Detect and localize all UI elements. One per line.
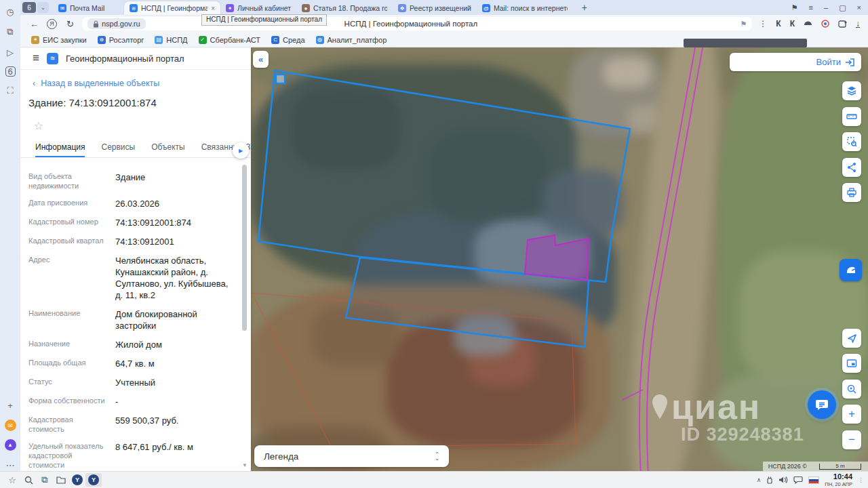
yandex-button[interactable]: Я (47, 19, 57, 29)
back-link[interactable]: ‹ Назад в выделенные объекты (33, 79, 159, 88)
basemap-switcher-button[interactable] (840, 259, 862, 281)
taskbar-more-icon[interactable]: ⋮ (858, 476, 864, 483)
taskbar-star-icon[interactable]: ☆ (4, 473, 20, 487)
browser-tab[interactable]: ● Статья 18. Продажа госу (296, 1, 393, 15)
more-menu-icon[interactable]: ⋮ (759, 19, 767, 28)
chat-widget-button[interactable] (808, 390, 836, 419)
history-icon[interactable]: ◷ (4, 5, 16, 18)
vertex-marker[interactable] (276, 75, 285, 83)
tab-title: Статья 18. Продажа госу (313, 4, 387, 12)
back-button[interactable]: ← (30, 19, 39, 29)
bookmark-item[interactable]: ◍ Аналит_платфор (316, 36, 387, 44)
print-button[interactable] (842, 183, 861, 202)
taskbar-search-icon[interactable] (20, 473, 37, 487)
tab-list-chevron-icon[interactable]: ⌄ (37, 2, 49, 13)
scroll-down-icon[interactable]: ▼ (242, 462, 248, 468)
messenger-icon[interactable] (793, 476, 803, 484)
nspd-logo-icon[interactable]: ≋ (47, 53, 58, 64)
overview-map-button[interactable] (842, 354, 861, 373)
taskbar-windows-icon[interactable]: ⧉ (37, 473, 53, 487)
site-identity[interactable]: nspd.gov.ru (87, 18, 146, 29)
field-label: Кадастровый номер (28, 217, 115, 228)
field-row: Форма собственности - (28, 396, 243, 407)
play-icon[interactable]: ▷ (4, 46, 16, 58)
more-icon[interactable]: ⋯ (4, 459, 16, 471)
yandex-mail-icon[interactable]: ✉ (5, 420, 16, 431)
bookmark-favicon: C (271, 36, 279, 44)
favorite-star-button[interactable]: ☆ (31, 117, 47, 134)
map-viewport[interactable]: « Войти + − Легенда ⌃⌄ циан (251, 47, 868, 471)
taskbar-clock[interactable]: 10:44 ПН, 20 АПР (825, 473, 852, 487)
tabs-next-button[interactable]: ▶ (233, 142, 249, 159)
legend-label: Легенда (264, 451, 298, 462)
layers-button[interactable] (842, 81, 861, 100)
taskbar-folder-icon[interactable] (53, 473, 69, 487)
tab-title: Личный кабинет (237, 4, 291, 12)
taskbar: ☆ ⧉ Y Y ∧ 10:44 ПН, 20 АПР ⋮ (0, 471, 868, 488)
tab-counter-button[interactable]: 6 (22, 2, 36, 13)
target-icon[interactable] (821, 20, 829, 28)
zoom-in-button[interactable]: + (842, 405, 861, 424)
yandex-browser-active-icon[interactable]: Y (85, 473, 102, 487)
close-tab-icon[interactable]: × (211, 5, 215, 12)
bookmark-item[interactable]: C Среда (271, 36, 304, 44)
side-panel-icon[interactable]: ⚑ (791, 3, 798, 12)
bookmark-item[interactable]: ⊕ Росэлторг (98, 36, 144, 44)
login-button[interactable]: Войти (730, 53, 861, 71)
tab-groups-icon[interactable]: ⧉ (4, 26, 16, 38)
bookmark-item[interactable]: ▤ НСПД (155, 36, 187, 44)
browser-tab[interactable]: ✦ Личный кабинет (220, 1, 296, 15)
window-close-button[interactable]: × (857, 3, 861, 12)
measure-ruler-button[interactable] (842, 107, 861, 126)
field-label: Кадастровая стоимость (28, 415, 115, 434)
legend-dropdown[interactable]: Легенда ⌃⌄ (254, 445, 449, 467)
panel-tab[interactable]: Сервисы (101, 142, 135, 157)
hamburger-menu-icon[interactable]: ≡ (33, 52, 39, 65)
usb-icon[interactable] (766, 476, 773, 485)
window-minimize-button[interactable]: – (824, 3, 828, 12)
tab-count-badge[interactable]: 6 (5, 66, 16, 77)
browser-menu-icon[interactable]: ≡ (809, 3, 813, 12)
bookmark-label: Среда (283, 36, 304, 44)
panel-scrollbar[interactable] (242, 165, 247, 463)
my-location-button[interactable] (842, 329, 861, 348)
select-area-button[interactable] (842, 132, 861, 151)
bookmark-item[interactable]: ✶ ЕИС закупки (31, 36, 87, 44)
address-bar[interactable]: nspd.gov.ru НСПД | Геоинформационный пор… (82, 17, 752, 30)
collapse-panel-button[interactable]: « (253, 51, 269, 68)
shield-icon[interactable] (804, 20, 812, 28)
field-label: Удельный показатель кадастровой стоимост… (28, 441, 115, 470)
scrollbar-thumb[interactable] (242, 165, 247, 331)
yandex-app-icon[interactable]: Y (69, 473, 85, 487)
bookmark-label: Аналит_платфор (328, 36, 387, 44)
bookmark-item[interactable]: ✓ Сбербанк-АСТ (199, 36, 260, 44)
browser-tab[interactable]: ❖ Реестр извещений (393, 1, 477, 15)
lock-icon (93, 20, 99, 28)
language-flag-icon[interactable] (808, 476, 819, 484)
browser-tab[interactable]: ✉ Почта Mail (53, 1, 124, 15)
login-label: Войти (816, 57, 841, 67)
add-icon[interactable]: + (4, 399, 16, 411)
screenshot-icon[interactable]: ⛶ (4, 85, 16, 97)
bookmark-label: ЕИС закупки (43, 36, 87, 44)
bookmark-flag-icon[interactable]: ⚑ (740, 20, 747, 28)
window-maximize-button[interactable]: ▢ (839, 3, 846, 12)
kaspersky2-icon[interactable]: К (790, 19, 795, 28)
alice-assistant-icon[interactable]: ▲ (5, 439, 16, 451)
search-on-map-button[interactable] (842, 380, 861, 399)
panel-tab[interactable]: Информация (35, 142, 85, 157)
field-value: Жилой дом (115, 339, 237, 350)
new-tab-button[interactable]: + (578, 1, 591, 14)
extension-icon[interactable] (838, 20, 847, 28)
volume-icon[interactable] (778, 476, 788, 484)
browser-tab[interactable]: @ Mail: поиск в интернете (477, 1, 573, 15)
zoom-out-button[interactable]: − (842, 430, 861, 449)
browser-tab[interactable]: ≋ НСПД | Геоинформаци × (124, 1, 220, 15)
tray-expand-icon[interactable]: ∧ (757, 476, 762, 483)
field-value: 74:13:0912001 (115, 236, 237, 247)
share-button[interactable] (842, 158, 861, 177)
kaspersky-icon[interactable]: К (776, 19, 781, 28)
reload-button[interactable]: ↻ (66, 19, 74, 29)
panel-tab[interactable]: Объекты (151, 142, 185, 157)
downloads-icon[interactable]: ↓ (856, 20, 860, 28)
